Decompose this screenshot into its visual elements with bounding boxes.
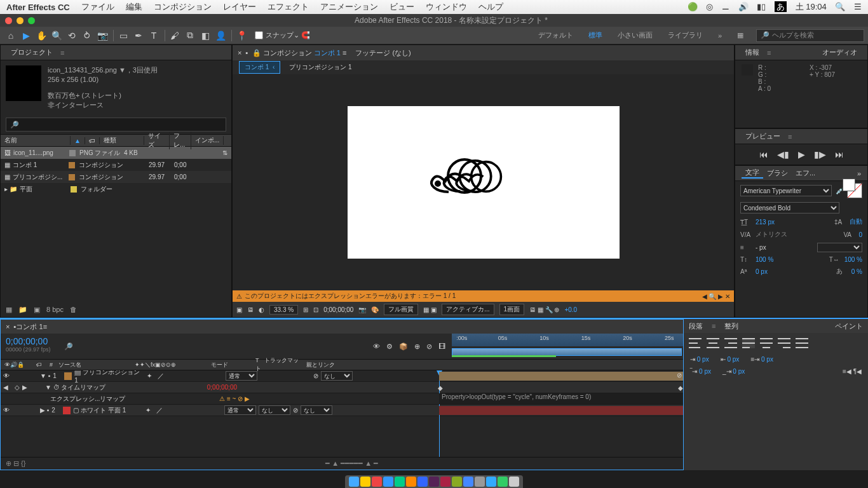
resolution-select[interactable]: フル画質 — [384, 304, 418, 315]
char-tab[interactable]: 文字 — [742, 168, 763, 179]
zoom-tool[interactable]: 🔍 — [50, 29, 64, 43]
breadcrumb-2[interactable]: プリコンポジション 1 — [284, 62, 356, 73]
audio-tab[interactable]: オーディオ — [818, 48, 861, 57]
puppet-tool[interactable]: 📍 — [234, 29, 248, 43]
menu-edit[interactable]: 編集 — [126, 1, 142, 13]
trash-icon[interactable]: 🗑 — [70, 306, 77, 313]
project-search[interactable]: 🔎 — [6, 118, 226, 132]
exposure[interactable]: +0.0 — [564, 306, 577, 313]
menu-layer[interactable]: レイヤー — [223, 1, 256, 13]
spotlight-icon[interactable]: 🔍 — [835, 2, 845, 11]
ws-default[interactable]: デフォルト — [531, 28, 581, 43]
brush-tab[interactable]: ブラシ — [763, 168, 792, 178]
comp-time[interactable]: 0;00;00;00 — [323, 306, 353, 313]
list-icon[interactable]: ☰ — [854, 2, 862, 11]
camera-select[interactable]: アクティブカ... — [442, 304, 494, 315]
justify-last-left-icon[interactable] — [742, 338, 755, 348]
expression-text[interactable]: Property>loopOut(type = "cycle", numKeyf… — [439, 393, 591, 400]
comp-canvas[interactable] — [348, 106, 620, 259]
app-name[interactable]: After Effects CC — [6, 3, 70, 12]
menu-effect[interactable]: エフェクト — [268, 1, 309, 13]
para-tab[interactable]: 段落 — [689, 322, 703, 331]
panel-menu-icon[interactable]: ≡ — [60, 49, 64, 57]
text-tool[interactable]: T — [147, 29, 161, 43]
preview-tab[interactable]: プレビュー — [742, 132, 784, 141]
brush-tool[interactable]: 🖌 — [168, 29, 182, 43]
justify-last-right-icon[interactable] — [778, 338, 790, 348]
battery-icon[interactable]: ▮▯ — [757, 2, 766, 11]
menu-view[interactable]: ビュー — [390, 1, 414, 13]
zoom-slider[interactable]: ━ ▲ ━━━━━ ▲ ━ — [325, 459, 378, 468]
orbit-tool[interactable]: ⟲ — [65, 29, 79, 43]
align-left-icon[interactable] — [689, 338, 702, 348]
camera-tool[interactable]: 📷 — [95, 29, 109, 43]
views-select[interactable]: 1画面 — [499, 304, 525, 315]
home-icon[interactable]: ⌂ — [4, 29, 18, 43]
stamp-tool[interactable]: ⧉ — [183, 29, 197, 43]
project-row[interactable]: ▦プリコンポジシ... コンポジション 29.970;00 — [1, 171, 231, 183]
time-remap-value[interactable]: 0;00;00;00 — [207, 384, 237, 391]
interpret-icon[interactable]: ▦ — [6, 306, 12, 314]
shy-icon[interactable]: 👁 — [373, 342, 380, 350]
timeline-search[interactable]: 🔎 — [64, 334, 109, 359]
font-size[interactable]: 213 px — [756, 219, 775, 226]
bpc-label[interactable]: 8 bpc — [46, 306, 64, 313]
cc-icon[interactable]: ◎ — [706, 2, 713, 11]
close-button[interactable] — [5, 17, 12, 24]
align-tab[interactable]: 整列 — [724, 322, 738, 331]
footage-tab[interactable]: フッテージ (なし) — [355, 48, 410, 58]
leading[interactable]: 自動 — [850, 217, 862, 226]
menu-composition[interactable]: コンポジション — [154, 1, 212, 13]
mode-select[interactable]: 通常 — [226, 371, 257, 381]
font-weight[interactable]: Condensed Bold — [740, 202, 839, 214]
current-time[interactable]: 0;00;00;00 — [6, 336, 59, 346]
selection-tool[interactable]: ▶ — [19, 29, 33, 43]
timeline-tab[interactable]: コンポ 1 — [16, 322, 43, 332]
ime-icon[interactable]: あ — [775, 1, 787, 12]
fx-tab[interactable]: エフ... — [792, 168, 819, 178]
res-icon[interactable]: 🖥 — [247, 306, 254, 313]
ws-small[interactable]: 小さい画面 — [610, 28, 660, 43]
zoom-select[interactable]: 33.3 % — [269, 305, 298, 315]
parent-select[interactable]: なし — [321, 371, 353, 381]
paint-tab[interactable]: ペイント — [835, 322, 863, 331]
project-tab[interactable]: プロジェクト — [7, 48, 57, 57]
snap-toggle[interactable]: スナップ ⌄ 🧲 — [255, 30, 310, 40]
comp-tab-active[interactable]: コンポ 1 — [314, 49, 341, 57]
dock[interactable] — [345, 475, 523, 488]
minimize-button[interactable] — [17, 17, 24, 24]
menu-window[interactable]: ウィンドウ — [426, 1, 467, 13]
first-frame-icon[interactable]: ⏮ — [759, 149, 768, 159]
grid-icon[interactable]: ⊞ — [303, 306, 308, 313]
stroke-width[interactable]: - px — [756, 244, 766, 251]
folder-icon[interactable]: 📁 — [18, 306, 27, 314]
ws-more-icon[interactable]: » — [710, 29, 729, 42]
zoom-button[interactable] — [28, 17, 35, 24]
help-search[interactable]: 🔎 ヘルプを検索 — [756, 29, 864, 42]
rotate-tool[interactable]: ⥁ — [80, 29, 94, 43]
justify-last-center-icon[interactable] — [760, 338, 773, 348]
align-center-icon[interactable] — [707, 338, 719, 348]
ws-grid-icon[interactable]: ▦ — [729, 29, 751, 42]
snapshot-icon[interactable]: 📷 — [358, 306, 366, 313]
kerning[interactable]: 0 — [858, 231, 862, 238]
new-comp-icon[interactable]: ▣ — [34, 306, 40, 314]
ws-standard[interactable]: 標準 — [581, 28, 610, 43]
fill-stroke-swatch[interactable] — [847, 183, 862, 198]
last-frame-icon[interactable]: ⏭ — [835, 149, 844, 159]
color-icon[interactable]: 🎨 — [371, 306, 379, 313]
bluetooth-icon[interactable]: ⚊ — [722, 2, 729, 11]
font-family[interactable]: American Typewriter — [740, 185, 832, 196]
menu-help[interactable]: ヘルプ — [478, 1, 503, 13]
toggle-switches-icon[interactable]: ⊕ ⊟ {} — [6, 459, 25, 468]
line-icon[interactable]: 🟢 — [688, 2, 698, 11]
play-icon[interactable]: ▶ — [798, 149, 805, 159]
roto-tool[interactable]: 👤 — [214, 29, 227, 43]
ws-library[interactable]: ライブラリ — [660, 28, 710, 43]
mask-icon[interactable]: ◐ — [259, 306, 264, 313]
next-frame-icon[interactable]: ▮▶ — [814, 149, 826, 159]
breadcrumb-1[interactable]: コンポ 1 ‹ — [239, 61, 280, 74]
project-row[interactable]: 🖼icon_11....png PNG ファイル 4 KB⇅ — [1, 147, 231, 159]
hand-tool[interactable]: ✋ — [34, 29, 48, 43]
align-right-icon[interactable] — [724, 338, 737, 348]
